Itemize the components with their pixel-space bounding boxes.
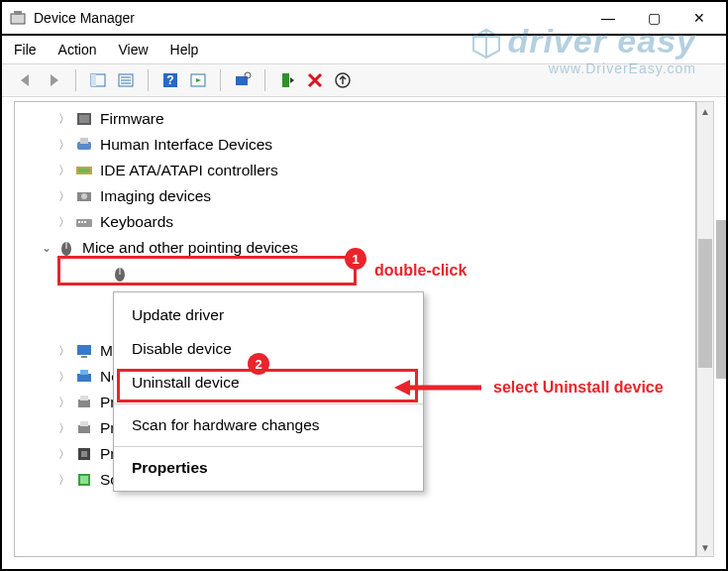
tree-node-keyboards[interactable]: 〉 Keyboards <box>19 209 695 235</box>
ide-icon <box>74 161 94 180</box>
tree-scrollbar[interactable]: ▲ ▼ <box>696 101 714 557</box>
tree-label: Firmware <box>100 110 164 128</box>
uninstall-device-button[interactable] <box>303 68 327 92</box>
annotation-arrow-icon <box>394 379 481 397</box>
collapse-icon[interactable]: ⌄ <box>37 241 56 255</box>
scroll-down-icon[interactable]: ▼ <box>697 538 713 556</box>
update-driver-button[interactable] <box>331 68 355 92</box>
toolbar: ? <box>2 63 726 97</box>
tree-label: Imaging devices <box>100 187 211 205</box>
scroll-thumb[interactable] <box>698 239 712 368</box>
svg-rect-13 <box>282 73 289 87</box>
mouse-icon <box>110 264 130 284</box>
svg-rect-3 <box>91 74 96 86</box>
ctx-uninstall-device[interactable]: Uninstall device <box>114 366 423 400</box>
properties-button[interactable] <box>114 68 138 92</box>
svg-rect-38 <box>81 356 87 358</box>
svg-rect-40 <box>80 370 88 375</box>
svg-rect-27 <box>81 221 83 223</box>
expand-icon[interactable]: 〉 <box>54 369 74 386</box>
expand-icon[interactable]: 〉 <box>54 446 74 463</box>
printer-icon <box>74 418 94 438</box>
app-icon <box>10 10 26 26</box>
scroll-up-icon[interactable]: ▲ <box>697 102 713 120</box>
context-menu: Update driver Disable device Uninstall d… <box>113 291 424 492</box>
menu-file[interactable]: File <box>14 42 37 57</box>
menu-help[interactable]: Help <box>170 42 199 57</box>
imaging-icon <box>74 186 94 206</box>
tree-node-hid[interactable]: 〉 Human Interface Devices <box>19 132 695 158</box>
svg-rect-20 <box>80 138 88 144</box>
annotation-text-2-prefix: select <box>493 379 543 396</box>
svg-rect-18 <box>79 115 89 123</box>
annotation-text-1: double-click <box>374 262 467 280</box>
expand-icon[interactable]: 〉 <box>54 111 74 128</box>
svg-rect-28 <box>84 221 86 223</box>
enable-device-button[interactable] <box>275 68 299 92</box>
forward-button[interactable] <box>42 68 65 92</box>
ctx-properties[interactable]: Properties <box>114 451 423 485</box>
tree-node-imaging[interactable]: 〉 Imaging devices <box>19 183 695 209</box>
svg-rect-42 <box>80 396 88 400</box>
svg-rect-44 <box>80 421 88 426</box>
page-scrollbar[interactable] <box>716 220 726 379</box>
keyboard-icon <box>74 212 94 232</box>
ctx-scan-hardware[interactable]: Scan for hardware changes <box>114 408 423 442</box>
monitor-icon <box>74 341 94 361</box>
ctx-separator <box>114 403 423 404</box>
annotation-badge-1: 1 <box>345 248 366 270</box>
menu-action[interactable]: Action <box>58 42 97 57</box>
expand-icon[interactable]: 〉 <box>54 420 74 437</box>
svg-rect-41 <box>78 400 90 407</box>
network-icon <box>74 367 94 387</box>
annotation-badge-2: 2 <box>248 353 269 375</box>
menu-view[interactable]: View <box>118 42 148 57</box>
expand-icon[interactable]: 〉 <box>54 472 74 489</box>
mouse-icon <box>56 238 76 258</box>
tree-label: Human Interface Devices <box>100 136 272 154</box>
svg-rect-37 <box>77 345 91 355</box>
expand-icon[interactable]: 〉 <box>54 188 74 205</box>
printer-icon <box>74 393 94 412</box>
maximize-button[interactable]: ▢ <box>631 3 676 33</box>
tree-label: Mice and other pointing devices <box>82 239 298 257</box>
tree-node-firmware[interactable]: 〉 Firmware <box>19 106 695 132</box>
svg-rect-39 <box>77 374 91 382</box>
tree-node-ide[interactable]: 〉 IDE ATA/ATAPI controllers <box>19 158 695 183</box>
tree-label: IDE ATA/ATAPI controllers <box>100 162 278 179</box>
titlebar: Device Manager — ▢ ✕ <box>2 2 726 36</box>
svg-text:?: ? <box>166 73 173 87</box>
expand-icon[interactable]: 〉 <box>54 163 74 179</box>
svg-rect-43 <box>78 425 90 433</box>
svg-rect-22 <box>78 169 90 172</box>
svg-rect-26 <box>78 221 80 223</box>
expand-icon[interactable]: 〉 <box>54 137 74 154</box>
svg-rect-48 <box>80 476 88 484</box>
expand-icon[interactable]: 〉 <box>54 343 74 360</box>
software-icon <box>74 470 94 490</box>
svg-rect-46 <box>81 451 87 457</box>
processor-icon <box>74 444 94 464</box>
scan-hardware-button[interactable] <box>231 68 255 92</box>
svg-rect-1 <box>14 11 22 15</box>
svg-point-24 <box>81 193 87 199</box>
ctx-separator <box>114 446 423 447</box>
ctx-update-driver[interactable]: Update driver <box>114 298 423 332</box>
tree-label: Keyboards <box>100 213 173 231</box>
show-hide-console-tree-button[interactable] <box>86 68 110 92</box>
back-button[interactable] <box>14 68 38 92</box>
minimize-button[interactable]: — <box>585 3 631 33</box>
svg-rect-0 <box>11 14 25 24</box>
hid-icon <box>74 135 94 155</box>
action-button[interactable] <box>186 68 210 92</box>
menubar: File Action View Help <box>2 36 726 63</box>
firmware-icon <box>74 109 94 129</box>
window-title: Device Manager <box>34 10 135 26</box>
annotation-text-2: select Uninstall device <box>493 379 664 397</box>
annotation-text-2-bold: Uninstall device <box>543 379 664 396</box>
close-button[interactable]: ✕ <box>676 3 722 33</box>
expand-icon[interactable]: 〉 <box>54 395 74 411</box>
help-button[interactable]: ? <box>158 68 182 92</box>
expand-icon[interactable]: 〉 <box>54 214 74 231</box>
